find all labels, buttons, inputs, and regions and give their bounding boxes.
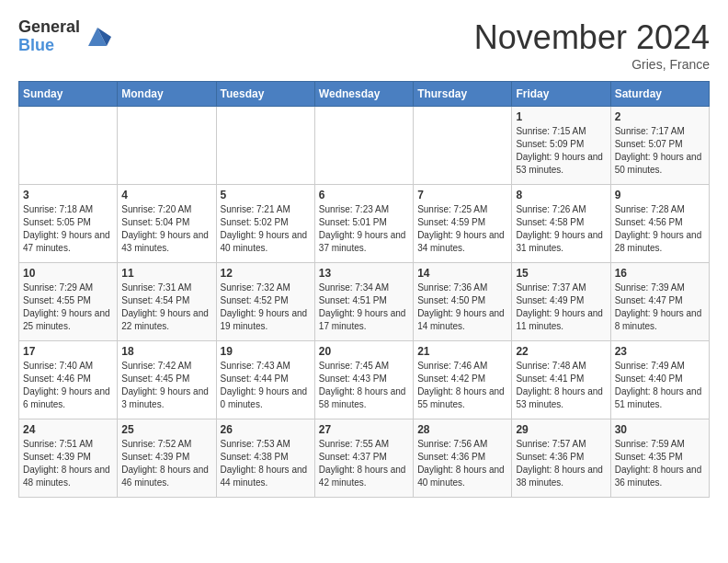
day-cell: 25Sunrise: 7:52 AM Sunset: 4:39 PM Dayli… xyxy=(118,419,216,498)
page-header: General Blue November 2024 Gries, France xyxy=(18,18,710,72)
day-number: 22 xyxy=(516,345,606,358)
day-info: Sunrise: 7:26 AM Sunset: 4:58 PM Dayligh… xyxy=(516,203,606,255)
day-info: Sunrise: 7:20 AM Sunset: 5:04 PM Dayligh… xyxy=(121,203,211,255)
day-number: 11 xyxy=(121,267,211,280)
day-number: 28 xyxy=(417,423,507,436)
title-block: November 2024 Gries, France xyxy=(474,18,710,72)
day-cell xyxy=(118,107,216,185)
column-header-thursday: Thursday xyxy=(414,82,512,107)
week-row-5: 24Sunrise: 7:51 AM Sunset: 4:39 PM Dayli… xyxy=(19,419,710,498)
day-number: 2 xyxy=(615,110,705,123)
day-cell: 28Sunrise: 7:56 AM Sunset: 4:36 PM Dayli… xyxy=(414,419,512,498)
day-info: Sunrise: 7:37 AM Sunset: 4:49 PM Dayligh… xyxy=(516,282,606,333)
column-header-tuesday: Tuesday xyxy=(216,82,314,107)
day-info: Sunrise: 7:31 AM Sunset: 4:54 PM Dayligh… xyxy=(121,282,211,333)
day-cell: 6Sunrise: 7:23 AM Sunset: 5:01 PM Daylig… xyxy=(314,185,413,263)
day-info: Sunrise: 7:17 AM Sunset: 5:07 PM Dayligh… xyxy=(615,125,705,177)
day-info: Sunrise: 7:49 AM Sunset: 4:40 PM Dayligh… xyxy=(615,360,705,411)
day-number: 13 xyxy=(319,267,409,280)
day-number: 15 xyxy=(516,267,606,280)
day-cell: 9Sunrise: 7:28 AM Sunset: 4:56 PM Daylig… xyxy=(610,185,709,263)
day-info: Sunrise: 7:32 AM Sunset: 4:52 PM Dayligh… xyxy=(221,282,311,333)
day-number: 20 xyxy=(319,345,409,358)
day-number: 10 xyxy=(23,267,113,280)
day-info: Sunrise: 7:45 AM Sunset: 4:43 PM Dayligh… xyxy=(319,360,409,411)
day-number: 3 xyxy=(23,189,113,201)
day-number: 21 xyxy=(417,345,507,358)
day-info: Sunrise: 7:40 AM Sunset: 4:46 PM Dayligh… xyxy=(23,360,113,411)
day-number: 25 xyxy=(121,423,211,436)
column-header-monday: Monday xyxy=(118,82,216,107)
day-cell: 24Sunrise: 7:51 AM Sunset: 4:39 PM Dayli… xyxy=(19,419,118,498)
day-number: 8 xyxy=(516,189,606,201)
day-number: 16 xyxy=(615,267,705,280)
calendar-table: SundayMondayTuesdayWednesdayThursdayFrid… xyxy=(18,81,710,498)
column-header-wednesday: Wednesday xyxy=(314,82,413,107)
day-cell: 10Sunrise: 7:29 AM Sunset: 4:55 PM Dayli… xyxy=(19,263,118,341)
logo: General Blue xyxy=(18,18,111,55)
day-info: Sunrise: 7:15 AM Sunset: 5:09 PM Dayligh… xyxy=(516,125,606,177)
day-cell: 1Sunrise: 7:15 AM Sunset: 5:09 PM Daylig… xyxy=(512,107,610,185)
day-cell: 5Sunrise: 7:21 AM Sunset: 5:02 PM Daylig… xyxy=(216,185,314,263)
day-number: 26 xyxy=(221,423,311,436)
day-number: 6 xyxy=(319,189,409,201)
column-header-sunday: Sunday xyxy=(19,82,118,107)
day-info: Sunrise: 7:59 AM Sunset: 4:35 PM Dayligh… xyxy=(615,438,705,489)
day-number: 14 xyxy=(417,267,507,280)
day-cell: 13Sunrise: 7:34 AM Sunset: 4:51 PM Dayli… xyxy=(314,263,413,341)
month-title: November 2024 xyxy=(474,18,710,57)
day-cell: 20Sunrise: 7:45 AM Sunset: 4:43 PM Dayli… xyxy=(314,341,413,419)
day-info: Sunrise: 7:55 AM Sunset: 4:37 PM Dayligh… xyxy=(319,438,409,489)
day-info: Sunrise: 7:39 AM Sunset: 4:47 PM Dayligh… xyxy=(615,282,705,333)
day-cell: 12Sunrise: 7:32 AM Sunset: 4:52 PM Dayli… xyxy=(216,263,314,341)
day-info: Sunrise: 7:18 AM Sunset: 5:05 PM Dayligh… xyxy=(23,203,113,255)
header-row: SundayMondayTuesdayWednesdayThursdayFrid… xyxy=(19,82,710,107)
day-info: Sunrise: 7:52 AM Sunset: 4:39 PM Dayligh… xyxy=(121,438,211,489)
day-cell: 2Sunrise: 7:17 AM Sunset: 5:07 PM Daylig… xyxy=(610,107,709,185)
day-cell xyxy=(19,107,118,185)
day-cell xyxy=(216,107,314,185)
day-number: 17 xyxy=(23,345,113,358)
day-number: 23 xyxy=(615,345,705,358)
day-info: Sunrise: 7:57 AM Sunset: 4:36 PM Dayligh… xyxy=(516,438,606,489)
day-cell: 16Sunrise: 7:39 AM Sunset: 4:47 PM Dayli… xyxy=(610,263,709,341)
day-cell xyxy=(314,107,413,185)
day-cell: 29Sunrise: 7:57 AM Sunset: 4:36 PM Dayli… xyxy=(512,419,610,498)
week-row-4: 17Sunrise: 7:40 AM Sunset: 4:46 PM Dayli… xyxy=(19,341,710,419)
day-cell: 3Sunrise: 7:18 AM Sunset: 5:05 PM Daylig… xyxy=(19,185,118,263)
day-number: 12 xyxy=(221,267,311,280)
day-number: 19 xyxy=(221,345,311,358)
logo-general-text: General xyxy=(18,18,80,37)
day-number: 18 xyxy=(121,345,211,358)
day-cell: 11Sunrise: 7:31 AM Sunset: 4:54 PM Dayli… xyxy=(118,263,216,341)
day-info: Sunrise: 7:34 AM Sunset: 4:51 PM Dayligh… xyxy=(319,282,409,333)
day-cell: 27Sunrise: 7:55 AM Sunset: 4:37 PM Dayli… xyxy=(314,419,413,498)
day-number: 30 xyxy=(615,423,705,436)
day-cell: 7Sunrise: 7:25 AM Sunset: 4:59 PM Daylig… xyxy=(414,185,512,263)
day-cell: 15Sunrise: 7:37 AM Sunset: 4:49 PM Dayli… xyxy=(512,263,610,341)
day-info: Sunrise: 7:28 AM Sunset: 4:56 PM Dayligh… xyxy=(615,203,705,255)
day-cell: 21Sunrise: 7:46 AM Sunset: 4:42 PM Dayli… xyxy=(414,341,512,419)
day-info: Sunrise: 7:29 AM Sunset: 4:55 PM Dayligh… xyxy=(23,282,113,333)
day-cell: 30Sunrise: 7:59 AM Sunset: 4:35 PM Dayli… xyxy=(610,419,709,498)
day-cell: 26Sunrise: 7:53 AM Sunset: 4:38 PM Dayli… xyxy=(216,419,314,498)
day-info: Sunrise: 7:46 AM Sunset: 4:42 PM Dayligh… xyxy=(417,360,507,411)
column-header-friday: Friday xyxy=(512,82,610,107)
day-info: Sunrise: 7:43 AM Sunset: 4:44 PM Dayligh… xyxy=(221,360,311,411)
day-info: Sunrise: 7:53 AM Sunset: 4:38 PM Dayligh… xyxy=(221,438,311,489)
day-info: Sunrise: 7:42 AM Sunset: 4:45 PM Dayligh… xyxy=(121,360,211,411)
week-row-1: 1Sunrise: 7:15 AM Sunset: 5:09 PM Daylig… xyxy=(19,107,710,185)
day-info: Sunrise: 7:48 AM Sunset: 4:41 PM Dayligh… xyxy=(516,360,606,411)
week-row-3: 10Sunrise: 7:29 AM Sunset: 4:55 PM Dayli… xyxy=(19,263,710,341)
day-cell: 8Sunrise: 7:26 AM Sunset: 4:58 PM Daylig… xyxy=(512,185,610,263)
day-number: 7 xyxy=(417,189,507,201)
day-number: 4 xyxy=(121,189,211,201)
day-number: 29 xyxy=(516,423,606,436)
day-cell xyxy=(414,107,512,185)
day-cell: 14Sunrise: 7:36 AM Sunset: 4:50 PM Dayli… xyxy=(414,263,512,341)
day-info: Sunrise: 7:21 AM Sunset: 5:02 PM Dayligh… xyxy=(221,203,311,255)
day-info: Sunrise: 7:25 AM Sunset: 4:59 PM Dayligh… xyxy=(417,203,507,255)
day-cell: 17Sunrise: 7:40 AM Sunset: 4:46 PM Dayli… xyxy=(19,341,118,419)
day-info: Sunrise: 7:51 AM Sunset: 4:39 PM Dayligh… xyxy=(23,438,113,489)
day-cell: 4Sunrise: 7:20 AM Sunset: 5:04 PM Daylig… xyxy=(118,185,216,263)
